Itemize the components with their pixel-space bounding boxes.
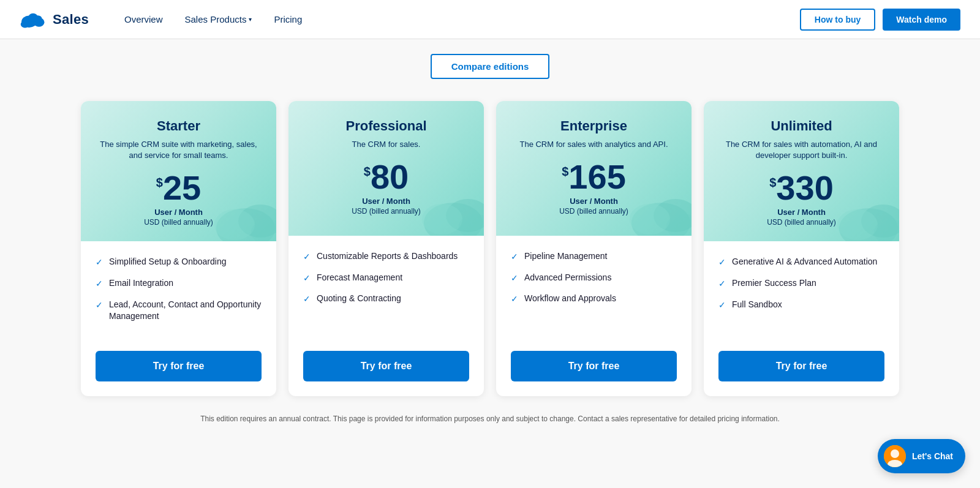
feature-text: Email Integration <box>109 277 173 290</box>
card-title: Unlimited <box>718 118 884 134</box>
feature-item: ✓ Advanced Permissions <box>511 272 677 285</box>
checkmark-icon: ✓ <box>718 257 726 269</box>
checkmark-icon: ✓ <box>303 293 311 306</box>
feature-text: Workflow and Approvals <box>524 293 616 305</box>
price-unit: User / Month <box>718 208 884 217</box>
price-billing: USD (billed annually) <box>303 207 469 216</box>
brand-name: Sales <box>53 12 89 28</box>
feature-list: ✓ Generative AI & Advanced Automation ✓ … <box>718 256 884 331</box>
pricing-cards-grid: Starter The simple CRM suite with market… <box>81 101 899 396</box>
feature-item: ✓ Full Sandbox <box>718 299 884 312</box>
card-header: Enterprise The CRM for sales with analyt… <box>496 101 692 236</box>
card-body: ✓ Customizable Reports & Dashboards ✓ Fo… <box>288 236 484 341</box>
main-content: Compare editions Starter The simple CRM … <box>61 39 919 449</box>
card-footer: Try for free <box>81 341 276 396</box>
chat-avatar-icon <box>884 445 906 467</box>
try-for-free-button-unlimited[interactable]: Try for free <box>718 351 884 381</box>
checkmark-icon: ✓ <box>303 251 311 263</box>
price-dollar-sign: $ <box>562 165 568 179</box>
feature-list: ✓ Customizable Reports & Dashboards ✓ Fo… <box>303 250 469 331</box>
navbar: Sales Overview Sales Products ▾ Pricing … <box>0 0 980 39</box>
feature-text: Premier Success Plan <box>732 277 816 290</box>
card-body: ✓ Simplified Setup & Onboarding ✓ Email … <box>81 241 276 340</box>
price-billing: USD (billed annually) <box>96 218 262 227</box>
card-header: Professional The CRM for sales. $ 80 Use… <box>288 101 484 236</box>
feature-item: ✓ Workflow and Approvals <box>511 293 677 306</box>
pricing-card-unlimited: Unlimited The CRM for sales with automat… <box>704 101 899 396</box>
checkmark-icon: ✓ <box>511 251 518 263</box>
feature-text: Advanced Permissions <box>524 272 611 284</box>
price-amount: 330 <box>776 171 833 205</box>
feature-text: Simplified Setup & Onboarding <box>109 256 226 268</box>
try-for-free-button-starter[interactable]: Try for free <box>96 351 262 381</box>
card-body: ✓ Generative AI & Advanced Automation ✓ … <box>704 241 899 340</box>
watch-demo-button[interactable]: Watch demo <box>883 9 960 31</box>
footer-note: This edition requires an annual contract… <box>81 413 899 425</box>
price-unit: User / Month <box>303 197 469 206</box>
checkmark-icon: ✓ <box>511 293 518 306</box>
card-footer: Try for free <box>288 341 484 396</box>
feature-item: ✓ Premier Success Plan <box>718 277 884 290</box>
logo-area: Sales <box>20 10 89 29</box>
try-for-free-button-professional[interactable]: Try for free <box>303 351 469 381</box>
feature-item: ✓ Pipeline Management <box>511 250 677 263</box>
feature-text: Full Sandbox <box>732 299 782 311</box>
feature-item: ✓ Quoting & Contracting <box>303 293 469 306</box>
try-for-free-button-enterprise[interactable]: Try for free <box>511 351 677 381</box>
card-body: ✓ Pipeline Management ✓ Advanced Permiss… <box>496 236 692 341</box>
price-row: $ 80 <box>303 160 469 194</box>
chat-label: Let's Chat <box>912 451 953 461</box>
feature-list: ✓ Simplified Setup & Onboarding ✓ Email … <box>96 256 262 331</box>
price-billing: USD (billed annually) <box>718 218 884 227</box>
feature-text: Customizable Reports & Dashboards <box>317 250 458 263</box>
feature-item: ✓ Simplified Setup & Onboarding <box>96 256 262 269</box>
nav-overview[interactable]: Overview <box>113 0 174 39</box>
card-header: Starter The simple CRM suite with market… <box>81 101 276 241</box>
how-to-buy-button[interactable]: How to buy <box>800 9 875 31</box>
price-dollar-sign: $ <box>364 165 371 179</box>
checkmark-icon: ✓ <box>303 272 311 285</box>
nav-right: How to buy Watch demo <box>800 9 960 31</box>
feature-item: ✓ Email Integration <box>96 277 262 290</box>
pricing-card-enterprise: Enterprise The CRM for sales with analyt… <box>496 101 692 396</box>
pricing-card-professional: Professional The CRM for sales. $ 80 Use… <box>288 101 484 396</box>
checkmark-icon: ✓ <box>96 257 103 269</box>
feature-item: ✓ Generative AI & Advanced Automation <box>718 256 884 269</box>
price-dollar-sign: $ <box>156 176 163 190</box>
svg-point-23 <box>891 449 899 458</box>
card-header: Unlimited The CRM for sales with automat… <box>704 101 899 241</box>
agent-avatar-icon <box>884 445 906 467</box>
feature-text: Quoting & Contracting <box>317 293 401 305</box>
card-title: Enterprise <box>511 118 677 134</box>
compare-bar: Compare editions <box>81 54 899 79</box>
price-unit: User / Month <box>96 208 262 217</box>
checkmark-icon: ✓ <box>511 272 518 285</box>
card-title: Professional <box>303 118 469 134</box>
price-amount: 80 <box>371 160 409 194</box>
nav-sales-products[interactable]: Sales Products ▾ <box>174 0 263 39</box>
nav-links: Overview Sales Products ▾ Pricing <box>113 0 800 39</box>
pricing-card-starter: Starter The simple CRM suite with market… <box>81 101 276 396</box>
card-footer: Try for free <box>704 341 899 396</box>
price-amount: 25 <box>163 171 201 205</box>
feature-item: ✓ Forecast Management <box>303 272 469 285</box>
feature-item: ✓ Lead, Account, Contact and Opportunity… <box>96 299 262 323</box>
price-billing: USD (billed annually) <box>511 207 677 216</box>
compare-editions-button[interactable]: Compare editions <box>431 54 550 79</box>
feature-text: Pipeline Management <box>524 250 607 263</box>
card-subtitle: The simple CRM suite with marketing, sal… <box>96 139 262 161</box>
svg-point-5 <box>34 15 42 22</box>
chevron-down-icon: ▾ <box>249 16 252 23</box>
card-title: Starter <box>96 118 262 134</box>
feature-text: Lead, Account, Contact and Opportunity M… <box>109 299 262 323</box>
price-row: $ 25 <box>96 171 262 205</box>
chat-bubble[interactable]: Let's Chat <box>878 439 965 473</box>
price-row: $ 165 <box>511 160 677 194</box>
svg-point-3 <box>21 20 29 27</box>
checkmark-icon: ✓ <box>96 278 103 290</box>
price-dollar-sign: $ <box>769 176 776 190</box>
card-subtitle: The CRM for sales. <box>303 139 469 150</box>
checkmark-icon: ✓ <box>718 299 726 312</box>
nav-pricing[interactable]: Pricing <box>263 0 313 39</box>
feature-text: Forecast Management <box>317 272 402 284</box>
